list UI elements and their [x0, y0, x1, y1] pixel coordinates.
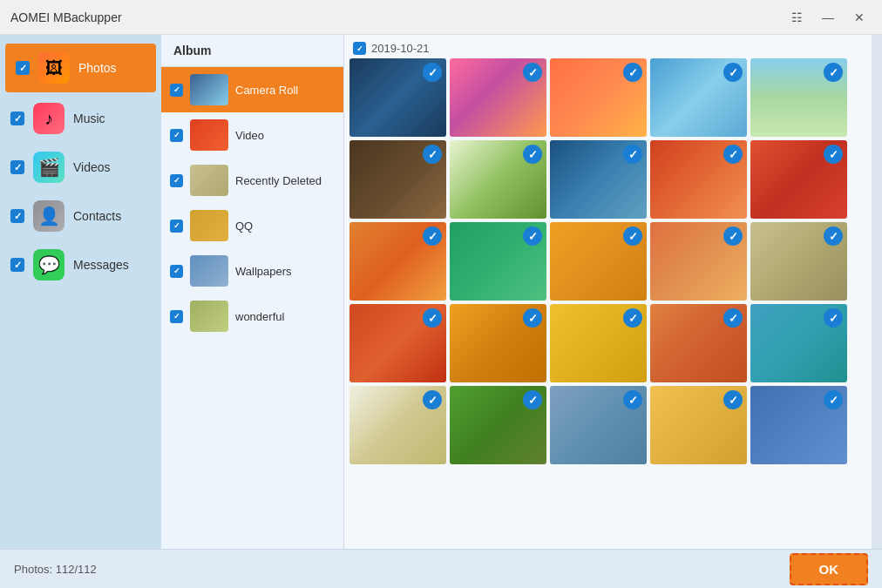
- photo-cell[interactable]: ✓: [349, 222, 446, 301]
- photo-cell[interactable]: ✓: [550, 140, 647, 219]
- photo-grid: ✓✓✓✓✓✓✓✓✓✓✓✓✓✓✓✓✓✓✓✓✓✓✓✓✓: [344, 58, 872, 549]
- sidebar-item-music[interactable]: ♪ Music: [0, 94, 161, 143]
- photo-count: Photos: 112/112: [14, 563, 97, 576]
- wonderful-label: wonderful: [235, 310, 284, 323]
- date-check[interactable]: [353, 42, 366, 55]
- sidebar-item-contacts[interactable]: 👤 Contacts: [0, 192, 161, 240]
- music-icon: ♪: [33, 103, 64, 134]
- album-wallpapers[interactable]: Wallpapers: [161, 248, 343, 294]
- recently-deleted-check[interactable]: [170, 174, 183, 187]
- photo-cell[interactable]: ✓: [450, 386, 546, 464]
- camera-roll-thumb: [190, 74, 228, 105]
- photo-cell[interactable]: ✓: [450, 222, 546, 301]
- photo-selected-check: ✓: [723, 390, 743, 409]
- photo-selected-check: ✓: [723, 226, 743, 246]
- photos-label: Photos: [78, 61, 117, 75]
- qq-check[interactable]: [170, 220, 183, 233]
- close-button[interactable]: ✕: [847, 5, 872, 30]
- minimize-button[interactable]: —: [816, 5, 840, 30]
- videos-label: Videos: [73, 160, 111, 174]
- photo-selected-check: ✓: [523, 145, 542, 164]
- camera-roll-check[interactable]: [170, 84, 183, 97]
- photo-cell[interactable]: ✓: [450, 58, 546, 137]
- video-label: Video: [235, 129, 264, 142]
- photo-scrollbar[interactable]: [872, 35, 882, 549]
- photo-cell[interactable]: ✓: [450, 140, 546, 219]
- photo-cell[interactable]: ✓: [650, 140, 747, 219]
- photo-cell[interactable]: ✓: [349, 386, 446, 464]
- photo-selected-check: ✓: [824, 226, 843, 246]
- photos-checkbox[interactable]: [16, 61, 30, 75]
- titlebar: AOMEI MBackupper ☷ — ✕: [0, 0, 882, 35]
- photos-icon: 🖼: [38, 52, 70, 84]
- album-camera-roll[interactable]: Camera Roll: [161, 67, 343, 112]
- photo-selected-check: ✓: [723, 145, 743, 164]
- wallpapers-check[interactable]: [170, 265, 183, 278]
- window-controls: ☷ — ✕: [784, 5, 872, 30]
- contacts-icon: 👤: [33, 200, 64, 232]
- photo-cell[interactable]: ✓: [650, 58, 747, 137]
- album-qq[interactable]: QQ: [161, 203, 343, 248]
- album-panel: Album Camera Roll Video Recently Deleted…: [161, 35, 344, 549]
- photo-selected-check: ✓: [423, 390, 442, 409]
- bottom-bar: Photos: 112/112 OK: [0, 549, 882, 588]
- photo-cell[interactable]: ✓: [550, 386, 647, 464]
- wonderful-check[interactable]: [170, 310, 183, 323]
- videos-icon: 🎬: [33, 152, 64, 183]
- menu-icon[interactable]: ☷: [784, 5, 809, 30]
- music-label: Music: [73, 112, 105, 125]
- date-label: 2019-10-21: [371, 42, 430, 55]
- photo-cell[interactable]: ✓: [750, 222, 847, 301]
- album-recently-deleted[interactable]: Recently Deleted: [161, 158, 343, 203]
- album-video[interactable]: Video: [161, 112, 343, 158]
- album-wonderful[interactable]: wonderful: [161, 294, 343, 339]
- photo-selected-check: ✓: [623, 308, 642, 328]
- photo-cell[interactable]: ✓: [650, 386, 747, 464]
- photo-selected-check: ✓: [824, 145, 843, 164]
- photo-cell[interactable]: ✓: [450, 304, 546, 382]
- photo-cell[interactable]: ✓: [650, 222, 747, 301]
- photo-row: ✓✓✓✓✓: [349, 140, 866, 219]
- photo-selected-check: ✓: [723, 308, 743, 328]
- photo-cell[interactable]: ✓: [650, 304, 747, 382]
- photo-area: 2019-10-21 ✓✓✓✓✓✓✓✓✓✓✓✓✓✓✓✓✓✓✓✓✓✓✓✓✓: [344, 35, 872, 549]
- video-thumb: [190, 119, 228, 151]
- sidebar-item-videos[interactable]: 🎬 Videos: [0, 143, 161, 192]
- sidebar-item-messages[interactable]: 💬 Messages: [0, 240, 161, 289]
- sidebar-item-photos[interactable]: 🖼 Photos: [5, 44, 156, 92]
- ok-button[interactable]: OK: [790, 553, 869, 585]
- contacts-checkbox[interactable]: [10, 209, 24, 223]
- main-layout: 🖼 Photos ♪ Music 🎬 Videos 👤 Contacts 💬 M…: [0, 35, 882, 549]
- photo-cell[interactable]: ✓: [750, 386, 847, 464]
- wallpapers-thumb: [190, 255, 228, 287]
- photo-selected-check: ✓: [523, 308, 542, 328]
- camera-roll-label: Camera Roll: [235, 84, 298, 97]
- photo-cell[interactable]: ✓: [349, 304, 446, 382]
- photo-selected-check: ✓: [623, 390, 642, 409]
- qq-thumb: [190, 210, 228, 241]
- photo-row: ✓✓✓✓✓: [349, 58, 866, 137]
- photo-cell[interactable]: ✓: [349, 58, 446, 137]
- wallpapers-label: Wallpapers: [235, 265, 292, 278]
- photo-row: ✓✓✓✓✓: [349, 304, 866, 382]
- sidebar: 🖼 Photos ♪ Music 🎬 Videos 👤 Contacts 💬 M…: [0, 35, 161, 549]
- qq-label: QQ: [235, 220, 253, 233]
- photo-selected-check: ✓: [423, 226, 442, 246]
- photo-selected-check: ✓: [824, 390, 843, 409]
- contacts-label: Contacts: [73, 209, 121, 223]
- music-checkbox[interactable]: [10, 112, 24, 125]
- photo-cell[interactable]: ✓: [750, 58, 847, 137]
- photo-cell[interactable]: ✓: [750, 304, 847, 382]
- photo-cell[interactable]: ✓: [750, 140, 847, 219]
- messages-checkbox[interactable]: [10, 258, 24, 272]
- video-check[interactable]: [170, 129, 183, 142]
- videos-checkbox[interactable]: [10, 160, 24, 174]
- photo-cell[interactable]: ✓: [550, 58, 647, 137]
- photo-selected-check: ✓: [523, 390, 542, 409]
- photo-cell[interactable]: ✓: [550, 222, 647, 301]
- photo-row: ✓✓✓✓✓: [349, 222, 866, 301]
- messages-label: Messages: [73, 258, 129, 272]
- photo-cell[interactable]: ✓: [550, 304, 647, 382]
- photo-selected-check: ✓: [824, 63, 843, 82]
- photo-cell[interactable]: ✓: [349, 140, 446, 219]
